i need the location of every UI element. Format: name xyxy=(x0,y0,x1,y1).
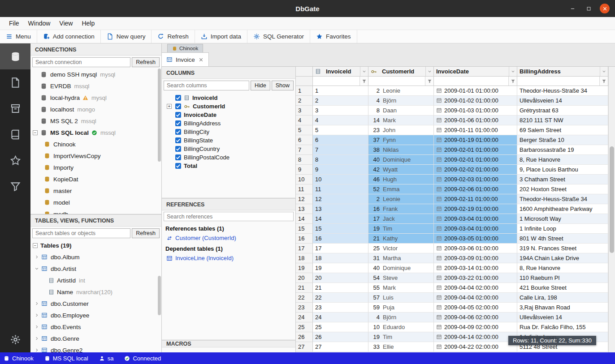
cell-invoicedate[interactable]: 2009-02-06 01:00:00 xyxy=(434,184,517,194)
grid-header-invoiceid[interactable]: InvoiceId xyxy=(313,67,368,77)
cell-billingaddress[interactable]: 319 N. Frances Street xyxy=(517,244,608,253)
connection-localhost[interactable]: localhostmongo xyxy=(30,103,161,115)
connections-scrollbar-thumb[interactable] xyxy=(158,69,161,162)
cell-invoiceid[interactable]: 8 xyxy=(313,155,368,165)
cell-customerid[interactable]: 2Leonie xyxy=(368,86,434,96)
cell-billingaddress[interactable]: 1 Infinite Loop xyxy=(517,224,608,234)
cell-invoiceid[interactable]: 17 xyxy=(313,244,368,253)
checkbox-checked-icon[interactable] xyxy=(175,154,181,160)
row-number[interactable]: 4 xyxy=(296,116,313,125)
activitybar-database[interactable] xyxy=(0,43,30,69)
column-toggle-billingcity[interactable]: BillingCity xyxy=(162,128,295,136)
row-number[interactable]: 8 xyxy=(296,155,313,165)
status-connected[interactable]: Connected xyxy=(124,355,161,362)
cell-billingaddress[interactable]: Theodor-Heuss-Straße 34 xyxy=(517,194,608,204)
cell-invoicedate[interactable]: 2009-03-06 01:00:00 xyxy=(434,244,517,253)
row-number[interactable]: 6 xyxy=(296,135,313,145)
cell-invoiceid[interactable]: 11 xyxy=(313,184,368,194)
maximize-button[interactable] xyxy=(584,4,593,13)
cell-billingaddress[interactable]: 421 Bourke Street xyxy=(517,283,608,293)
toolbar-button-add-connection[interactable]: Add connection xyxy=(37,30,101,43)
collapse-expander-icon[interactable]: − xyxy=(33,243,38,248)
status-chinook[interactable]: Chinook xyxy=(4,355,34,362)
cell-customerid[interactable]: 8Daan xyxy=(368,106,434,116)
cell-customerid[interactable]: 23John xyxy=(368,125,434,135)
filter-menu-button[interactable] xyxy=(359,77,368,86)
row-number[interactable]: 26 xyxy=(296,332,313,342)
row-number[interactable]: 22 xyxy=(296,293,313,303)
cell-billingaddress[interactable]: 8, Rue Hanovre xyxy=(517,155,608,165)
row-number[interactable]: 18 xyxy=(296,253,313,263)
row-number[interactable]: 3 xyxy=(296,106,313,116)
cell-invoiceid[interactable]: 23 xyxy=(313,303,368,313)
cell-invoiceid[interactable]: 16 xyxy=(313,234,368,244)
table-dbo-employee[interactable]: dbo.Employee xyxy=(30,309,161,321)
cell-customerid[interactable]: 55Mark xyxy=(368,283,434,293)
cell-billingaddress[interactable]: Ullevålsveien 14 xyxy=(517,313,608,322)
database-kopiedat[interactable]: KopieDat xyxy=(30,173,161,185)
cell-billingaddress[interactable]: Berger Straße 10 xyxy=(517,135,608,145)
cell-customerid[interactable]: 54Steve xyxy=(368,273,434,283)
column-toggle-billingaddress[interactable]: BillingAddress xyxy=(162,119,295,128)
cell-billingaddress[interactable]: Grétrystraat 63 xyxy=(517,106,608,116)
toolbar-button-import-data[interactable]: Import data xyxy=(195,30,247,43)
database-master[interactable]: master xyxy=(30,185,161,197)
column-toggle-billingcountry[interactable]: BillingCountry xyxy=(162,145,295,153)
cell-customerid[interactable]: 42Wyatt xyxy=(368,165,434,175)
row-number[interactable]: 14 xyxy=(296,214,313,224)
cell-invoicedate[interactable]: 2009-01-02 01:00:00 xyxy=(434,96,517,106)
cell-billingaddress[interactable]: 110 Raeburn Pl xyxy=(517,273,608,283)
status-ms-sql-local[interactable]: MS SQL local xyxy=(44,355,88,362)
cell-customerid[interactable]: 19Tim xyxy=(368,332,434,342)
tables-refresh-button[interactable]: Refresh xyxy=(132,228,160,238)
row-number[interactable]: 25 xyxy=(296,322,313,332)
cell-billingaddress[interactable]: 8, Rue Hanovre xyxy=(517,263,608,273)
row-number[interactable]: 15 xyxy=(296,224,313,234)
tables-group[interactable]: −Tables (19) xyxy=(30,240,161,251)
column-toggle-billingstate[interactable]: BillingState xyxy=(162,136,295,145)
connection-evrdb[interactable]: EVRDBmssql xyxy=(30,80,161,92)
cell-billingaddress[interactable]: Calle Lira, 198 xyxy=(517,293,608,303)
cell-billingaddress[interactable]: 1600 Amphitheatre Parkway xyxy=(517,204,608,214)
tables-search-input[interactable] xyxy=(32,228,130,238)
table-dbo-artist[interactable]: dbo.Artist xyxy=(30,263,161,274)
cell-customerid[interactable]: 33Ellie xyxy=(368,342,434,352)
tables-scrollbar-thumb[interactable] xyxy=(158,276,161,315)
cell-invoiceid[interactable]: 24 xyxy=(313,313,368,322)
columns-search-input[interactable] xyxy=(164,81,249,90)
grid-header-billingaddress[interactable]: BillingAddress xyxy=(517,67,608,77)
table-column-artistid[interactable]: ArtistIdint xyxy=(30,274,161,286)
column-toggle-billingpostalcode[interactable]: BillingPostalCode xyxy=(162,153,295,162)
database-importy[interactable]: Importy xyxy=(30,162,161,173)
cell-customerid[interactable]: 40Dominique xyxy=(368,263,434,273)
cell-billingaddress[interactable]: Ullevålsveien 14 xyxy=(517,96,608,106)
activitybar-file[interactable] xyxy=(0,69,30,95)
row-number[interactable]: 27 xyxy=(296,342,313,352)
cell-invoicedate[interactable]: 2009-02-11 01:00:00 xyxy=(434,194,517,204)
filter-input-invoicedate[interactable] xyxy=(434,77,508,86)
column-dropdown-button[interactable] xyxy=(425,67,433,76)
column-toggle-total[interactable]: Total xyxy=(162,162,295,170)
grid-header-invoicedate[interactable]: InvoiceDate xyxy=(434,67,517,77)
cell-invoiceid[interactable]: 18 xyxy=(313,253,368,263)
cell-customerid[interactable]: 25Victor xyxy=(368,244,434,253)
hide-button[interactable]: Hide xyxy=(251,81,270,90)
cell-invoicedate[interactable]: 2009-01-11 01:00:00 xyxy=(434,125,517,135)
tab-close-icon[interactable] xyxy=(198,57,204,63)
cell-invoicedate[interactable]: 2009-02-19 01:00:00 xyxy=(434,204,517,214)
cell-billingaddress[interactable]: 202 Hoxton Street xyxy=(517,184,608,194)
cell-invoiceid[interactable]: 6 xyxy=(313,135,368,145)
checkbox-checked-icon[interactable] xyxy=(175,120,181,126)
table-dbo-events[interactable]: dbo.Events xyxy=(30,321,161,333)
toolbar-button-new-query[interactable]: New query xyxy=(101,30,152,43)
cell-invoiceid[interactable]: 13 xyxy=(313,204,368,214)
cell-billingaddress[interactable]: 194A Chain Lake Drive xyxy=(517,253,608,263)
cell-customerid[interactable]: 4Björn xyxy=(368,313,434,322)
column-toggle-invoiceid[interactable]: InvoiceId xyxy=(162,94,295,102)
cell-invoiceid[interactable]: 19 xyxy=(313,263,368,273)
row-number[interactable]: 13 xyxy=(296,204,313,214)
cell-customerid[interactable]: 37Fynn xyxy=(368,135,434,145)
connection-ms-sql-2[interactable]: MS SQL 2mssql xyxy=(30,115,161,127)
cell-invoiceid[interactable]: 25 xyxy=(313,322,368,332)
row-number[interactable]: 5 xyxy=(296,125,313,135)
